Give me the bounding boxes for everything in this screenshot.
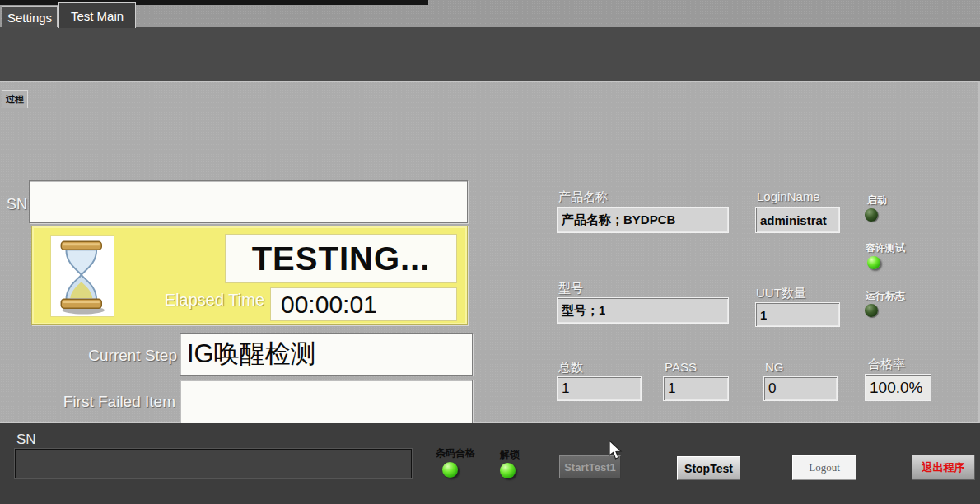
pass-field: 1 [663,376,729,401]
bottom-control-bar: SN 条码合格 解锁 StartTest1 StopTest Logout 退出… [0,423,980,504]
unlock-led-label: 解锁 [500,448,520,462]
pass-label: PASS [665,360,697,374]
product-name-label: 产品名称 [558,189,608,205]
product-name-value: 产品名称；BYDPCB [558,212,675,228]
test-status-panel: TESTING... Elapsed Time 00:00:01 [31,226,468,325]
test-status-box: TESTING... [225,234,457,283]
model-value: 型号；1 [558,303,605,319]
elapsed-time-box: 00:00:01 [270,287,457,321]
first-failed-item-field [180,380,473,424]
yield-label: 合格率 [868,357,905,372]
uut-count-value: 1 [756,308,767,322]
test-status-text: TESTING... [252,240,431,278]
model-field: 型号；1 [557,297,729,324]
stop-test-button[interactable]: StopTest [677,456,740,480]
sn-entry-input[interactable] [15,449,412,478]
main-tab-bar: Settings Test Main [0,0,980,27]
allow-test-led-indicator [867,256,880,269]
total-value: 1 [558,380,569,397]
mouse-cursor-icon [608,440,623,461]
exit-program-button[interactable]: 退出程序 [912,455,975,480]
sn-display-field[interactable] [29,180,468,223]
pass-value: 1 [664,380,675,397]
sn-entry-label: SN [16,432,36,448]
run-flag-led-label: 运行标志 [866,289,905,303]
elapsed-time-label: Elapsed Time [114,291,264,310]
ng-field: 0 [763,376,838,401]
unlock-led-indicator [500,463,516,478]
ng-label: NG [765,360,784,374]
model-label: 型号 [558,281,583,296]
total-field: 1 [557,376,642,401]
logout-button[interactable]: Logout [792,455,856,480]
login-name-field: administrat [755,207,840,233]
yield-value: 100.0% [866,379,922,397]
sn-label: SN [7,196,27,213]
tab-settings[interactable]: Settings [2,6,58,28]
hourglass-icon [50,235,114,317]
start-led-label: 启动 [867,194,887,208]
current-step-field: IG唤醒检测 [180,333,473,376]
tab-test-main[interactable]: Test Main [58,2,136,28]
uut-count-field: 1 [755,302,840,327]
process-page: SN TESTING... Elapsed Time [0,81,980,423]
elapsed-time-value: 00:00:01 [271,291,377,319]
current-step-label: Current Step [0,347,177,365]
login-name-value: administrat [756,213,827,227]
product-name-field: 产品名称；BYDPCB [557,207,729,233]
start-led-indicator [865,208,878,222]
barcode-ok-led-indicator [442,462,458,478]
test-main-header-band: 过程 数据 [0,27,980,81]
total-label: 总数 [558,360,583,376]
first-failed-item-label: First Failed Item [0,393,175,411]
login-name-label: LoginName [757,189,820,203]
ng-value: 0 [764,380,776,397]
allow-test-led-label: 容许测试 [866,241,905,255]
app-window: Settings Test Main 过程 数据 SN [0,0,980,504]
run-flag-led-indicator [865,304,878,317]
uut-count-label: UUT数量 [756,286,806,301]
yield-field: 100.0% [865,374,931,401]
barcode-ok-led-label: 条码合格 [436,446,475,460]
subtab-process[interactable]: 过程 [2,90,28,108]
current-step-value: IG唤醒检测 [180,337,316,371]
